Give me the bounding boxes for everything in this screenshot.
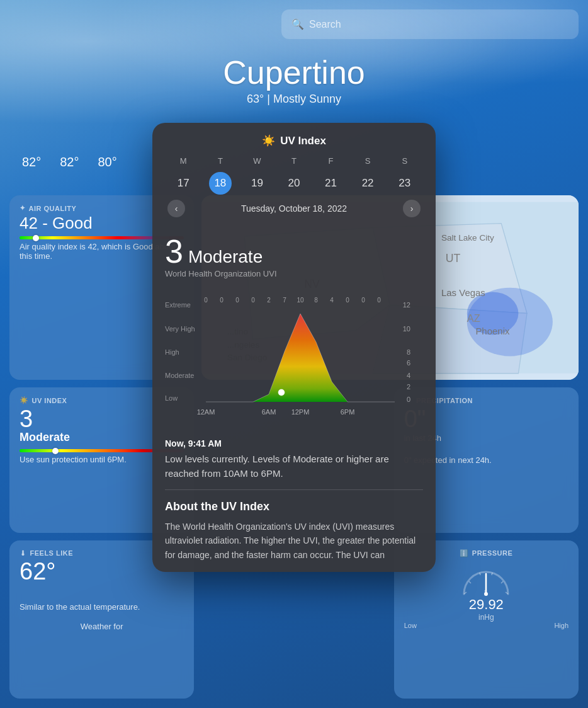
calendar: M T W T F S S 17 18 19 20 21 22 23 ‹ Tue…	[152, 154, 436, 225]
svg-text:0: 0	[204, 297, 208, 304]
uv-content: 3 Moderate World Health Organization UVI	[152, 225, 436, 278]
cal-date-21[interactable]: 21	[320, 172, 342, 195]
cal-prev-button[interactable]: ‹	[167, 200, 185, 217]
cal-day-s1: S	[349, 154, 387, 168]
cal-day-f: F	[312, 154, 349, 168]
cal-day-w: W	[239, 154, 276, 168]
svg-text:12: 12	[403, 301, 410, 309]
modal-title-text: UV Index	[280, 135, 326, 147]
uv-description: Now, 9:41 AM Low levels currently. Level…	[152, 430, 436, 489]
svg-text:6PM: 6PM	[341, 408, 355, 416]
svg-text:0: 0	[251, 297, 255, 304]
cal-date-18[interactable]: 18	[209, 172, 232, 195]
cal-date-23[interactable]: 23	[393, 172, 416, 195]
svg-text:10: 10	[403, 325, 410, 333]
svg-text:0: 0	[407, 396, 410, 403]
svg-text:0: 0	[361, 297, 365, 304]
cal-date-19[interactable]: 19	[246, 172, 268, 195]
svg-text:4: 4	[407, 372, 410, 379]
chart-area: Extreme Very High High Moderate Low 12 1…	[152, 278, 436, 430]
cal-nav: ‹ Tuesday, October 18, 2022 ›	[165, 200, 423, 217]
svg-text:Very High: Very High	[165, 325, 195, 333]
uv-org: World Health Organization UVI	[165, 269, 423, 278]
cal-day-t2: T	[276, 154, 313, 168]
uv-modal[interactable]: ☀️ UV Index M T W T F S S 17 18 19 20 21…	[152, 123, 436, 572]
uv-big: 3 Moderate	[165, 235, 423, 268]
modal-header: ☀️ UV Index	[152, 123, 436, 154]
svg-text:8: 8	[314, 297, 318, 304]
cal-day-m: M	[165, 154, 202, 168]
svg-text:4: 4	[330, 297, 334, 304]
about-text: The World Health Organization's UV index…	[165, 520, 423, 562]
svg-text:Low: Low	[165, 394, 178, 402]
svg-point-45	[278, 389, 285, 396]
svg-text:0: 0	[235, 297, 239, 304]
modal-title: ☀️ UV Index	[165, 134, 423, 147]
about-section: About the UV Index The World Health Orga…	[152, 490, 436, 572]
cal-days-header: M T W T F S S	[165, 154, 423, 168]
now-time: Now, 9:41 AM	[165, 438, 423, 448]
modal-title-icon: ☀️	[262, 134, 275, 147]
about-title: About the UV Index	[165, 500, 423, 513]
svg-text:2: 2	[407, 383, 410, 391]
svg-text:Moderate: Moderate	[165, 372, 194, 379]
svg-text:0: 0	[377, 297, 381, 304]
cal-date-17[interactable]: 17	[172, 172, 195, 195]
cal-day-t1: T	[202, 154, 239, 168]
svg-text:High: High	[165, 348, 179, 356]
svg-text:Extreme: Extreme	[165, 301, 191, 309]
uv-modal-level: Moderate	[188, 247, 263, 267]
cal-day-s2: S	[386, 154, 423, 168]
cal-current-date: Tuesday, October 18, 2022	[241, 203, 347, 214]
cal-date-20[interactable]: 20	[283, 172, 305, 195]
uv-modal-number: 3	[165, 235, 183, 268]
svg-text:8: 8	[407, 348, 410, 356]
uv-desc-text: Low levels currently. Levels of Moderate…	[165, 452, 423, 481]
svg-text:12AM: 12AM	[197, 408, 215, 416]
svg-text:6AM: 6AM	[262, 408, 276, 416]
uv-chart-svg: Extreme Very High High Moderate Low 12 1…	[165, 288, 423, 427]
cal-date-22[interactable]: 22	[356, 172, 379, 195]
cal-next-button[interactable]: ›	[403, 200, 421, 217]
svg-text:0: 0	[346, 297, 349, 304]
cal-dates: 17 18 19 20 21 22 23	[165, 172, 423, 195]
svg-text:12PM: 12PM	[291, 408, 310, 416]
svg-text:7: 7	[283, 297, 286, 304]
svg-text:6: 6	[407, 359, 410, 367]
modal-overlay: ☀️ UV Index M T W T F S S 17 18 19 20 21…	[0, 0, 588, 708]
svg-text:10: 10	[297, 297, 304, 304]
svg-text:2: 2	[267, 297, 271, 304]
svg-text:0: 0	[220, 297, 223, 304]
